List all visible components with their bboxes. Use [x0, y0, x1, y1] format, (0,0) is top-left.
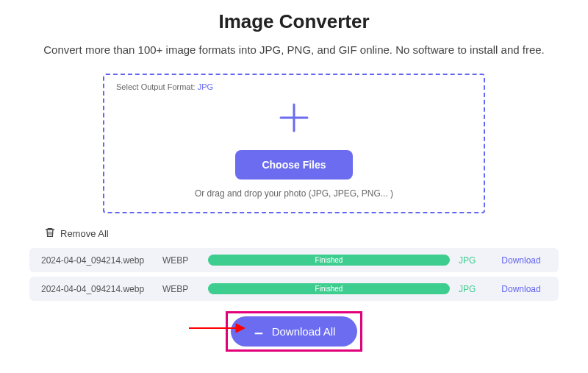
file-source-format: WEBP — [162, 284, 199, 294]
remove-all-label: Remove All — [60, 228, 109, 239]
output-format-label: Select Output Format: — [116, 82, 198, 91]
download-link[interactable]: Download — [495, 284, 547, 294]
remove-all-button[interactable]: Remove All — [44, 227, 109, 241]
dropzone-hint: Or drag and drop your photo (JPG, JPEG, … — [116, 188, 472, 199]
file-target-format: JPG — [459, 255, 495, 266]
output-format-value[interactable]: JPG — [198, 82, 213, 91]
file-name: 2024-04-04_094214.webp — [41, 255, 162, 266]
progress-bar: Finished — [208, 255, 450, 266]
plus-icon[interactable] — [278, 102, 310, 134]
trash-icon — [44, 227, 56, 241]
output-format-line: Select Output Format: JPG — [116, 82, 472, 91]
file-row: 2024-04-04_094214.webp WEBP Finished JPG… — [29, 277, 559, 301]
progress-bar: Finished — [208, 283, 450, 294]
file-row: 2024-04-04_094214.webp WEBP Finished JPG… — [29, 248, 559, 272]
file-name: 2024-04-04_094214.webp — [41, 284, 162, 294]
download-all-label: Download All — [272, 325, 336, 338]
download-icon — [253, 324, 265, 338]
download-link[interactable]: Download — [495, 255, 547, 266]
choose-files-button[interactable]: Choose Files — [235, 150, 353, 180]
file-source-format: WEBP — [162, 255, 199, 266]
svg-marker-3 — [236, 324, 245, 333]
page-title: Image Converter — [0, 10, 588, 33]
page-subtitle: Convert more than 100+ image formats int… — [0, 43, 588, 56]
file-target-format: JPG — [459, 284, 495, 294]
upload-dropzone[interactable]: Select Output Format: JPG Choose Files O… — [103, 74, 485, 213]
annotation-arrow-icon — [187, 322, 246, 338]
download-all-button[interactable]: Download All — [231, 316, 358, 347]
